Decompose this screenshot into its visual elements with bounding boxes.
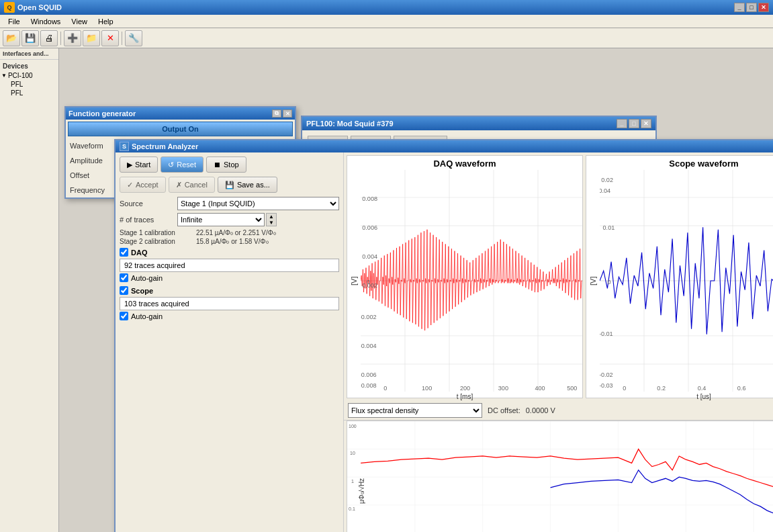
main-area: Interfaces and... Devices ▼ PCI-100 PFL … bbox=[0, 48, 773, 532]
start-button[interactable]: ▶ Start bbox=[120, 157, 158, 173]
sa-window: S Spectrum Analyzer ? ✕ ▶ Start bbox=[114, 139, 773, 532]
svg-text:0.008: 0.008 bbox=[362, 195, 377, 202]
accept-button[interactable]: ✓ Accept bbox=[120, 177, 166, 193]
svg-text:0.2: 0.2 bbox=[657, 385, 666, 392]
svg-text:0: 0 bbox=[623, 385, 626, 392]
toolbar-sep-2 bbox=[122, 32, 122, 45]
cancel-icon: ✗ bbox=[176, 181, 182, 189]
daq-section: DAQ 92 traces acquired Auto-gain bbox=[120, 248, 339, 282]
scope-section: Scope 103 traces acquired Auto-gain bbox=[120, 286, 339, 320]
stage2-calib-row: Stage 2 calibration 15.8 µA/Φ₀ or 1.58 V… bbox=[120, 238, 339, 245]
spectrum-controls: Flux spectral density DC offset: 0.0000 … bbox=[344, 401, 773, 420]
traces-down-button[interactable]: ▼ bbox=[267, 220, 276, 226]
menu-file[interactable]: File bbox=[3, 16, 26, 27]
settings-button[interactable]: 🔧 bbox=[125, 30, 142, 46]
cancel-label: Cancel bbox=[185, 181, 208, 189]
svg-text:0: 0 bbox=[607, 279, 610, 285]
reset-icon: ↺ bbox=[168, 161, 174, 169]
fg-output-button[interactable]: Output On bbox=[68, 122, 293, 136]
source-select[interactable]: Stage 1 (Input SQUID) bbox=[177, 197, 339, 210]
spectrum-plot: 100 10 1 0.1 0.01 10 100 1,000 10,000 10… bbox=[347, 420, 773, 532]
stage2-calib-value: 15.8 µA/Φ₀ or 1.58 V/Φ₀ bbox=[196, 238, 269, 245]
scope-plot-area: [V] bbox=[586, 170, 773, 392]
fg-frequency-label: Frequency bbox=[70, 186, 117, 194]
spectrum-select[interactable]: Flux spectral density bbox=[348, 403, 482, 418]
svg-text:0.004: 0.004 bbox=[362, 253, 377, 260]
scope-autogain-row: Auto-gain bbox=[120, 312, 339, 320]
traces-up-button[interactable]: ▲ bbox=[267, 214, 276, 220]
add-button[interactable]: ➕ bbox=[64, 30, 81, 46]
svg-text:0.02: 0.02 bbox=[601, 177, 613, 183]
save-as-button[interactable]: 💾 Save as... bbox=[218, 177, 277, 193]
daq-waveform-plot: DAQ waveform [V] bbox=[347, 155, 583, 398]
delete-button[interactable]: ✕ bbox=[101, 30, 119, 46]
daq-y-label: [V] bbox=[347, 170, 361, 392]
svg-text:0.4: 0.4 bbox=[698, 385, 707, 392]
stop-button[interactable]: ⏹ Stop bbox=[206, 157, 246, 173]
spectrum-svg: 100 10 1 0.1 0.01 10 100 1,000 10,000 10… bbox=[347, 421, 773, 532]
stage1-calib-row: Stage 1 calibration 22.51 µA/Φ₀ or 2.251… bbox=[120, 229, 339, 236]
daq-label: DAQ bbox=[131, 249, 147, 257]
minimize-button[interactable]: _ bbox=[734, 3, 745, 12]
pfl-maximize-button[interactable]: □ bbox=[629, 119, 639, 128]
save-button[interactable]: 💾 bbox=[21, 30, 39, 46]
save-as-label: Save as... bbox=[237, 181, 270, 189]
sa-title-bar: S Spectrum Analyzer ? ✕ bbox=[116, 140, 773, 152]
scope-x-label: t [us] bbox=[586, 392, 773, 402]
svg-text:1: 1 bbox=[351, 478, 354, 484]
close-button[interactable]: ✕ bbox=[758, 3, 769, 12]
menu-view[interactable]: View bbox=[66, 16, 93, 27]
fg-restore-button[interactable]: ⧉ bbox=[272, 109, 281, 118]
open-button[interactable]: 📂 bbox=[3, 30, 20, 46]
cancel-button[interactable]: ✗ Cancel bbox=[169, 177, 215, 193]
daq-status: 92 traces acquired bbox=[120, 259, 339, 272]
waveform-area: DAQ waveform [V] bbox=[344, 152, 773, 401]
scope-waveform-svg: 0.02 0.01 0 -0.01 -0.02 -0.03 -0.04 bbox=[600, 170, 773, 392]
scope-status-text: 103 traces acquired bbox=[124, 300, 189, 308]
daq-svg-container: 0.008 0.006 0.004 0.002 0 -0.002 -0.004 … bbox=[361, 170, 582, 392]
pfl-close-button[interactable]: ✕ bbox=[641, 119, 651, 128]
scope-status: 103 traces acquired bbox=[120, 297, 339, 310]
svg-text:0.01: 0.01 bbox=[603, 224, 615, 231]
scope-checkbox[interactable] bbox=[120, 286, 128, 295]
device-pfl2[interactable]: PFL bbox=[0, 89, 58, 97]
sa-content: ▶ Start ↺ Reset ⏹ Stop bbox=[116, 152, 773, 532]
fg-waveform-label: Waveform bbox=[70, 142, 117, 150]
svg-rect-46 bbox=[347, 421, 773, 532]
daq-waveform-svg: 0.008 0.006 0.004 0.002 0 -0.002 -0.004 … bbox=[361, 170, 582, 392]
accept-icon: ✓ bbox=[127, 181, 133, 189]
pfl-minimize-button[interactable]: _ bbox=[617, 119, 627, 128]
traces-select[interactable]: Infinite bbox=[177, 213, 265, 226]
traces-spinner: ▲ ▼ bbox=[266, 213, 277, 226]
save-as-icon: 💾 bbox=[225, 181, 234, 189]
daq-checkbox[interactable] bbox=[120, 248, 128, 257]
app-icon: Q bbox=[4, 2, 15, 13]
svg-text:100: 100 bbox=[422, 385, 432, 392]
scope-autogain-checkbox[interactable] bbox=[120, 312, 128, 320]
device-pfl1[interactable]: PFL bbox=[0, 80, 58, 89]
svg-text:100: 100 bbox=[349, 424, 357, 429]
left-panel: Interfaces and... Devices ▼ PCI-100 PFL … bbox=[0, 48, 59, 532]
sa-title-text: Spectrum Analyzer bbox=[132, 142, 198, 150]
menu-windows[interactable]: Windows bbox=[26, 16, 66, 27]
maximize-button[interactable]: □ bbox=[746, 3, 757, 12]
svg-text:0: 0 bbox=[383, 385, 387, 392]
svg-text:-0.04: -0.04 bbox=[600, 187, 610, 194]
fg-close-button[interactable]: ✕ bbox=[283, 109, 292, 118]
start-label: Start bbox=[135, 161, 150, 169]
stop-icon: ⏹ bbox=[214, 161, 221, 169]
source-label: Source bbox=[120, 200, 173, 208]
reset-button[interactable]: ↺ Reset bbox=[161, 157, 203, 173]
title-bar-buttons: _ □ ✕ bbox=[734, 3, 769, 12]
menu-bar: File Windows View Help bbox=[0, 15, 773, 28]
svg-text:500: 500 bbox=[567, 385, 577, 392]
menu-help[interactable]: Help bbox=[93, 16, 119, 27]
device-pci100[interactable]: ▼ PCI-100 bbox=[0, 71, 58, 80]
print-button[interactable]: 🖨 bbox=[40, 30, 58, 46]
folder-button[interactable]: 📁 bbox=[83, 30, 100, 46]
scope-waveform-plot: Scope waveform [V] bbox=[586, 155, 773, 398]
device-pfl2-label: PFL bbox=[11, 89, 23, 97]
fg-amplitude-label: Amplitude bbox=[70, 157, 117, 165]
daq-status-text: 92 traces acquired bbox=[124, 261, 185, 269]
daq-autogain-checkbox[interactable] bbox=[120, 273, 128, 282]
